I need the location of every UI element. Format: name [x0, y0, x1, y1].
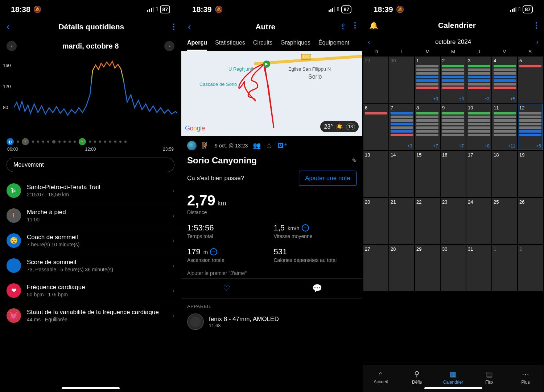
list-item[interactable]: ⛷ Santo-Pietro-di-Tenda Trail2:15:07 · 1…	[0, 178, 181, 203]
activity-date: 9 oct. @ 13:23	[215, 143, 248, 149]
nav-flux[interactable]: ▤Flux	[471, 370, 507, 385]
calendar-day[interactable]: 15	[415, 151, 440, 197]
calendar-day[interactable]: 19	[518, 151, 543, 197]
tab-statistiques[interactable]: Statistiques	[215, 39, 245, 51]
add-photo-icon[interactable]: 🖼⁺	[277, 142, 288, 150]
chevron-right-icon: ›	[173, 187, 174, 194]
avatar[interactable]	[187, 141, 197, 150]
list-item[interactable]: ❤ Fréquence cardiaque50 bpm · 176 bpm ›	[0, 278, 181, 303]
favorite-button[interactable]: ☆	[266, 141, 272, 150]
calendar-day[interactable]: 2	[518, 245, 543, 291]
month-label: octobre 2024	[435, 38, 471, 46]
back-button[interactable]: ‹	[188, 21, 191, 32]
mute-icon: 🔕	[215, 5, 223, 13]
calendar-day[interactable]: 20	[363, 198, 388, 244]
calendar-day[interactable]: 30	[441, 245, 466, 291]
calendar-day[interactable]: 28	[389, 245, 414, 291]
calendar-day[interactable]: 24	[466, 198, 491, 244]
calendar-day[interactable]: 31	[466, 245, 491, 291]
prev-day-button[interactable]: ‹	[7, 41, 17, 51]
movement-chip[interactable]: Mouvement	[7, 158, 174, 172]
calendar-day[interactable]: 22	[415, 198, 440, 244]
calendar-day[interactable]: 29	[363, 57, 388, 103]
activity-icon: 💤	[7, 258, 21, 273]
calendar-day[interactable]: 29	[415, 245, 440, 291]
like-button[interactable]: ♡	[181, 279, 272, 298]
tab-graphiques[interactable]: Graphiques	[280, 39, 310, 51]
calendar-day[interactable]: 8 +7	[415, 104, 440, 150]
calendar-day[interactable]: 6	[363, 104, 388, 150]
prev-month-button[interactable]: ‹	[368, 38, 370, 46]
calendar-day[interactable]: 21	[389, 198, 414, 244]
back-button[interactable]: ‹	[7, 21, 10, 32]
calendar-day[interactable]: 5	[518, 57, 543, 103]
pulse-icon: 〰	[210, 248, 217, 255]
stat-cell: 179m〰 Ascension totale	[187, 247, 270, 263]
home-indicator[interactable]	[62, 387, 120, 389]
add-note-button[interactable]: Ajouter une note	[299, 171, 357, 186]
share-icon[interactable]: ⇪	[340, 22, 346, 32]
more-badge: +3	[459, 96, 464, 101]
menu-button[interactable]	[173, 24, 174, 30]
nav-bar: ‹ Détails quotidiens	[0, 17, 181, 38]
calendar-day[interactable]: 2 +3	[441, 57, 466, 103]
tab-aperçu[interactable]: Aperçu	[187, 39, 207, 51]
calendar-day[interactable]: 7 +3	[389, 104, 414, 150]
calendar-day[interactable]: 9 +7	[441, 104, 466, 150]
calendar-day[interactable]: 27	[363, 245, 388, 291]
chart-x-labels: 06:0012:0023:59	[0, 145, 181, 152]
calendar-day[interactable]: 13	[363, 151, 388, 197]
chevron-right-icon: ›	[173, 312, 174, 319]
calendar-day[interactable]: 1 +3	[415, 57, 440, 103]
chart-timeline[interactable]: ◐ 🚶 🏃	[0, 138, 181, 145]
list-item[interactable]: 🚶 Marche à pied11:00 ›	[0, 203, 181, 228]
calendar-day[interactable]: 26	[518, 198, 543, 244]
calendar-day[interactable]: 18	[492, 151, 517, 197]
activity-icon: 😴	[7, 233, 21, 248]
comment-button[interactable]: 💬	[272, 279, 363, 298]
people-icon[interactable]: 👥	[253, 142, 261, 150]
list-item[interactable]: 😴 Coach de sommeil7 heure(s) 10 minute(s…	[0, 228, 181, 253]
timeline-run-icon: 🏃	[79, 138, 86, 145]
calendar-day[interactable]: 17	[466, 151, 491, 197]
menu-button[interactable]	[536, 22, 537, 29]
map-church: Eglise San Filippu N	[288, 66, 331, 72]
tab-équipement[interactable]: Équipement	[318, 39, 349, 51]
edit-button[interactable]: ✎	[352, 157, 357, 164]
nav-plus[interactable]: ⋯Plus	[507, 370, 544, 385]
tab-circuits[interactable]: Circuits	[253, 39, 272, 51]
nav-bar: 🔔 Calendrier	[363, 17, 544, 36]
calendar-day[interactable]: 16	[441, 151, 466, 197]
activity-map[interactable]: D62 U Raghjunti Cascade de Sorio Sorio E…	[181, 51, 362, 136]
device-heading: APPAREIL	[187, 304, 357, 309]
list-item[interactable]: 💓 Statut de la variabilité de la fréquen…	[0, 303, 181, 328]
notifications-button[interactable]: 🔔	[369, 21, 378, 30]
heart-rate-chart[interactable]: 160 120 80	[1, 58, 177, 137]
nav-icon: ▤	[471, 370, 507, 378]
home-indicator[interactable]	[424, 387, 482, 389]
menu-button[interactable]	[354, 22, 356, 32]
calendar-day[interactable]: 14	[389, 151, 414, 197]
calendar-day[interactable]: 12 +5	[518, 104, 543, 150]
nav-défis[interactable]: ⚲Défis	[399, 370, 435, 385]
calendar-day[interactable]: 25	[492, 198, 517, 244]
calendar-day[interactable]: 3 +3	[466, 57, 491, 103]
next-day-button[interactable]: ›	[164, 41, 174, 51]
activity-icon: ⛷	[7, 183, 21, 198]
more-badge: +7	[433, 143, 438, 149]
like-prompt[interactable]: Ajouter le premier "J'aime"	[181, 263, 362, 278]
calendar-day[interactable]: 4 +5	[492, 57, 517, 103]
calendar-day[interactable]: 1	[492, 245, 517, 291]
nav-calendrier[interactable]: ▦Calendrier	[435, 370, 471, 385]
nav-accueil[interactable]: ⌂Accueil	[363, 370, 399, 385]
more-badge: +7	[459, 143, 464, 149]
nav-icon: ▦	[435, 370, 471, 378]
list-item[interactable]: 💤 Score de sommeil73, Passable · 5 heure…	[0, 253, 181, 278]
calendar-day[interactable]: 30	[389, 57, 414, 103]
next-month-button[interactable]: ›	[536, 38, 539, 46]
weather-badge[interactable]: 23° ☀️ 13	[320, 121, 359, 132]
calendar-day[interactable]: 11 +11	[492, 104, 517, 150]
calendar-day[interactable]: 23	[441, 198, 466, 244]
calendar-day[interactable]: 10 +8	[466, 104, 491, 150]
device-row[interactable]: fenix 8 - 47mm, AMOLED 11.68	[187, 313, 357, 330]
